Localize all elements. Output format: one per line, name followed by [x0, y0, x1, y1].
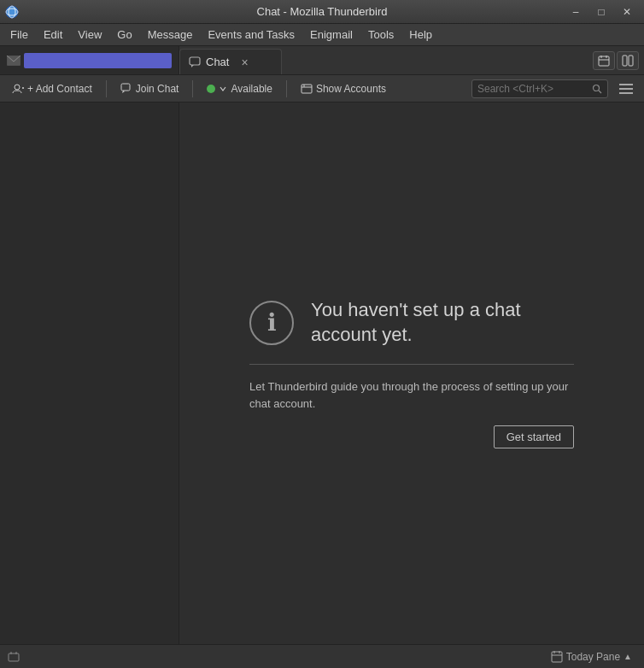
show-accounts-button[interactable]: Show Accounts	[296, 80, 391, 97]
today-pane-button[interactable]: Today Pane ▲	[546, 649, 637, 665]
toolbar: + Add Contact Join Chat Available Show A…	[0, 75, 644, 103]
status-selector[interactable]: Available	[202, 80, 277, 97]
toolbar-separator-2	[192, 80, 193, 97]
svg-rect-26	[552, 652, 562, 662]
mail-icon	[7, 56, 20, 66]
minimize-button[interactable]: –	[564, 3, 588, 21]
svg-point-18	[594, 85, 600, 91]
menu-tools[interactable]: Tools	[361, 26, 401, 44]
main-layout: ℹ You haven't set up a chat account yet.…	[0, 103, 644, 644]
window-controls: – □ ✕	[564, 3, 639, 21]
menu-edit[interactable]: Edit	[37, 26, 69, 44]
tab-bar-right	[282, 46, 644, 74]
add-contact-label: + Add Contact	[27, 83, 92, 95]
toolbar-separator-1	[106, 80, 107, 97]
today-pane-label: Today Pane	[566, 651, 620, 663]
info-icon: ℹ	[249, 301, 294, 345]
info-panel: ℹ You haven't set up a chat account yet.…	[232, 281, 591, 466]
menu-help[interactable]: Help	[402, 26, 439, 44]
restore-button[interactable]: □	[589, 3, 613, 21]
search-icon	[592, 84, 602, 94]
show-accounts-icon	[301, 83, 313, 95]
today-pane-chevron: ▲	[624, 652, 632, 661]
svg-rect-10	[629, 56, 633, 66]
menu-bar: File Edit View Go Message Events and Tas…	[0, 24, 644, 46]
info-symbol: ℹ	[267, 308, 277, 337]
mail-tab-area	[0, 46, 179, 74]
calendar-icon	[598, 55, 610, 67]
svg-rect-15	[302, 85, 312, 93]
info-top: ℹ You haven't set up a chat account yet.	[249, 298, 574, 347]
status-text: Available	[231, 83, 272, 95]
chat-tab-icon	[189, 56, 201, 68]
today-pane-icon	[551, 651, 563, 663]
menu-enigmail[interactable]: Enigmail	[303, 26, 360, 44]
app-icon	[5, 5, 19, 19]
mail-search-input[interactable]	[24, 53, 172, 68]
hamburger-menu-button[interactable]	[615, 78, 637, 100]
menu-go[interactable]: Go	[110, 26, 138, 44]
window-title: Chat - Mozilla Thunderbird	[257, 5, 388, 18]
search-input[interactable]	[477, 83, 588, 95]
menu-file[interactable]: File	[3, 26, 35, 44]
title-bar: Chat - Mozilla Thunderbird – □ ✕	[0, 0, 644, 24]
join-chat-button[interactable]: Join Chat	[115, 80, 184, 97]
add-contact-button[interactable]: + Add Contact	[7, 80, 97, 97]
menu-message[interactable]: Message	[141, 26, 200, 44]
info-description: Let Thunderbird guide you through the pr…	[249, 378, 574, 412]
status-chevron-icon	[219, 85, 227, 93]
add-contact-icon	[12, 83, 24, 95]
layout-button[interactable]	[617, 51, 639, 70]
activity-icon	[7, 650, 20, 664]
menu-view[interactable]: View	[71, 26, 108, 44]
content-area: ℹ You haven't set up a chat account yet.…	[179, 103, 644, 644]
calendar-button[interactable]	[593, 51, 615, 70]
svg-rect-23	[9, 653, 19, 661]
status-bar: Today Pane ▲	[0, 644, 644, 668]
svg-rect-4	[190, 57, 200, 65]
status-dot-green	[207, 85, 215, 93]
join-chat-icon	[120, 83, 132, 95]
svg-point-11	[15, 85, 20, 90]
tab-bar: Chat ×	[0, 46, 644, 75]
svg-rect-14	[121, 84, 130, 91]
chat-tab-label: Chat	[206, 56, 229, 68]
chat-tab-close[interactable]: ×	[237, 56, 251, 69]
show-accounts-label: Show Accounts	[316, 83, 386, 95]
close-button[interactable]: ✕	[615, 3, 639, 21]
svg-rect-5	[599, 56, 609, 66]
info-divider	[249, 364, 574, 365]
get-started-button[interactable]: Get started	[494, 425, 574, 448]
menu-events-tasks[interactable]: Events and Tasks	[201, 26, 302, 44]
search-box[interactable]	[471, 79, 608, 98]
info-title: You haven't set up a chat account yet.	[311, 298, 574, 347]
svg-point-0	[6, 6, 18, 18]
join-chat-label: Join Chat	[136, 83, 179, 95]
hamburger-icon	[619, 83, 633, 95]
sidebar	[0, 103, 179, 644]
status-bar-left	[7, 650, 20, 664]
svg-line-19	[599, 91, 601, 93]
chat-tab[interactable]: Chat ×	[179, 49, 282, 74]
layout-icon	[622, 55, 634, 67]
title-bar-left	[5, 5, 19, 19]
svg-rect-9	[623, 56, 627, 66]
toolbar-separator-3	[286, 80, 287, 97]
